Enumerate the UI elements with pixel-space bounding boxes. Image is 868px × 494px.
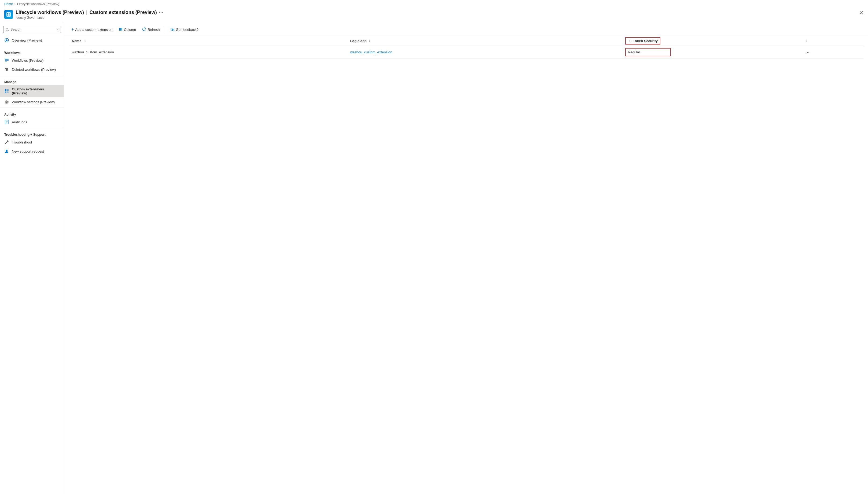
page-title-main: Lifecycle workflows (Preview): [16, 10, 84, 15]
svg-point-18: [6, 150, 7, 151]
page-title: Lifecycle workflows (Preview) | Custom e…: [16, 10, 864, 15]
sidebar-troubleshoot-label: Troubleshoot: [12, 140, 32, 144]
toolbar: + Add a custom extension Column: [64, 23, 868, 36]
token-security-highlight-cell: Regular: [625, 48, 671, 56]
extension-icon: [4, 89, 9, 94]
divider-workflows: [0, 46, 64, 46]
col-header-token-security[interactable]: ↑↓ Token Security: [625, 36, 800, 46]
cell-logic-app: wezhou_custom_extension: [347, 46, 625, 59]
svg-rect-8: [5, 60, 8, 61]
close-button[interactable]: ✕: [859, 10, 864, 16]
sidebar-item-workflows[interactable]: Workflows (Preview): [0, 56, 64, 65]
audit-icon: [4, 120, 9, 125]
svg-rect-9: [5, 61, 7, 62]
column-label: Column: [124, 27, 136, 32]
sidebar-item-new-support[interactable]: New support request: [0, 147, 64, 156]
svg-rect-12: [5, 92, 6, 93]
header-dots-menu[interactable]: ···: [159, 10, 163, 15]
svg-rect-1: [7, 13, 8, 15]
overview-icon: [4, 38, 9, 43]
title-separator: |: [86, 10, 88, 15]
token-security-value: Regular: [628, 50, 640, 54]
sidebar-audit-label: Audit logs: [12, 120, 27, 124]
row-more-button[interactable]: ···: [803, 49, 812, 56]
svg-point-24: [172, 29, 172, 30]
page-title-sub: Custom extensions (Preview): [90, 10, 157, 15]
add-custom-extension-button[interactable]: + Add a custom extension: [69, 26, 115, 33]
add-label: Add a custom extension: [75, 27, 112, 32]
actions-sort-icon: ↑↓: [805, 39, 807, 43]
svg-rect-4: [9, 15, 10, 16]
sidebar-item-audit-logs[interactable]: Audit logs: [0, 117, 64, 127]
section-label-troubleshoot: Troubleshooting + Support: [0, 129, 64, 137]
divider-troubleshoot: [0, 128, 64, 128]
name-sort-icon: ↑↓: [83, 39, 87, 43]
feedback-icon: [171, 27, 174, 32]
search-input[interactable]: [11, 27, 55, 31]
col-header-actions: ↑↓: [800, 36, 864, 46]
extensions-table: Name ↑↓ Logic app ↑↓ ↑↓ Token Security: [69, 36, 864, 59]
wrench-icon: [4, 140, 9, 145]
page-icon: [4, 10, 13, 19]
section-label-activity: Activity: [0, 109, 64, 117]
refresh-icon: [143, 27, 146, 32]
feedback-label: Got feedback?: [176, 27, 199, 32]
column-button[interactable]: Column: [116, 26, 139, 33]
refresh-button[interactable]: Refresh: [140, 26, 163, 33]
svg-point-6: [6, 39, 7, 41]
search-icon: [6, 27, 9, 31]
gear-icon: [4, 99, 9, 104]
col-token-security-label: Token Security: [633, 39, 658, 43]
sidebar-workflow-settings-label: Workflow settings (Preview): [12, 100, 55, 104]
sidebar-deleted-label: Deleted workflows (Preview): [12, 68, 56, 72]
sidebar-item-deleted-workflows[interactable]: Deleted workflows (Preview): [0, 65, 64, 74]
cell-name: wezhou_custom_extension: [69, 46, 347, 59]
svg-rect-13: [7, 92, 8, 93]
svg-rect-21: [121, 28, 122, 31]
sidebar-item-overview-label: Overview (Preview): [12, 38, 42, 42]
svg-rect-19: [119, 28, 120, 31]
sidebar-item-custom-extensions[interactable]: Custom extensions (Preview): [0, 85, 64, 97]
main-content: + Add a custom extension Column: [64, 23, 868, 494]
collapse-icon[interactable]: «: [57, 27, 58, 31]
sidebar-item-workflow-settings[interactable]: Workflow settings (Preview): [0, 97, 64, 107]
column-icon: [119, 27, 122, 32]
trash-icon: [4, 67, 9, 72]
breadcrumb-current: Lifecycle workflows (Preview): [17, 2, 59, 6]
sidebar-workflows-label: Workflows (Preview): [12, 58, 43, 62]
svg-rect-11: [7, 89, 8, 91]
breadcrumb-home[interactable]: Home: [4, 2, 13, 6]
sidebar-item-troubleshoot[interactable]: Troubleshoot: [0, 137, 64, 147]
svg-rect-2: [9, 13, 10, 15]
feedback-button[interactable]: Got feedback?: [168, 26, 201, 33]
app-container: Home › Lifecycle workflows (Preview) Lif…: [0, 0, 868, 494]
cell-token-security: Regular: [625, 46, 800, 59]
logic-app-link[interactable]: wezhou_custom_extension: [350, 50, 392, 54]
divider-activity: [0, 108, 64, 108]
token-security-highlight-header: ↑↓ Token Security: [625, 37, 660, 44]
sidebar-new-support-label: New support request: [12, 149, 44, 153]
section-label-workflows: Workflows: [0, 47, 64, 56]
table-container: Name ↑↓ Logic app ↑↓ ↑↓ Token Security: [64, 36, 868, 59]
col-logic-app-label: Logic app: [350, 39, 366, 43]
lifecycle-icon: [6, 12, 11, 17]
svg-rect-10: [5, 89, 6, 91]
token-security-sort-icon: ↑↓: [629, 39, 632, 43]
svg-rect-7: [5, 59, 8, 59]
cell-actions: ···: [800, 46, 864, 59]
page-header-text: Lifecycle workflows (Preview) | Custom e…: [16, 10, 864, 20]
search-box[interactable]: «: [3, 26, 61, 33]
col-header-name[interactable]: Name ↑↓: [69, 36, 347, 46]
divider-manage: [0, 75, 64, 75]
main-layout: « Overview (Preview) Workflows: [0, 23, 868, 494]
sidebar: « Overview (Preview) Workflows: [0, 23, 64, 494]
breadcrumb: Home › Lifecycle workflows (Preview): [0, 0, 868, 8]
logic-app-sort-icon: ↑↓: [369, 39, 372, 43]
toolbar-divider: [165, 26, 165, 33]
svg-point-25: [173, 30, 174, 30]
workflow-icon: [4, 58, 9, 63]
col-header-logic-app[interactable]: Logic app ↑↓: [347, 36, 625, 46]
sidebar-item-overview[interactable]: Overview (Preview): [0, 36, 64, 45]
refresh-label: Refresh: [148, 27, 160, 32]
svg-rect-3: [7, 15, 8, 16]
